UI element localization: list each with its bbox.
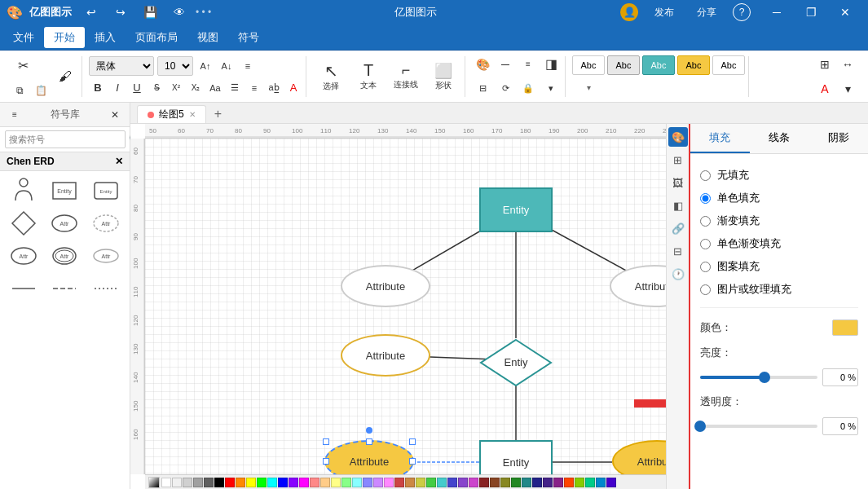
shape-person[interactable]: [5, 176, 42, 205]
fill-solid-radio[interactable]: [700, 193, 711, 204]
menu-symbol[interactable]: 符号: [228, 27, 269, 48]
handle-rotate[interactable]: [366, 427, 372, 434]
fill-gradient-option[interactable]: 渐变填充: [700, 209, 858, 232]
color-swatch[interactable]: [394, 478, 404, 487]
shape-small-ellipse1[interactable]: Attr: [5, 241, 42, 271]
panel-layers-icon[interactable]: ◧: [668, 196, 688, 215]
panel-history-icon[interactable]: 🕐: [668, 264, 688, 284]
panel-grid-icon[interactable]: ⊞: [668, 150, 688, 170]
style-more-button[interactable]: ▾: [572, 77, 605, 97]
brightness-track[interactable]: [700, 376, 817, 379]
color-swatch[interactable]: [161, 478, 171, 487]
handle-tl[interactable]: [323, 438, 329, 445]
style-preset-2[interactable]: Abc: [607, 55, 640, 75]
color-swatch[interactable]: [373, 478, 383, 487]
save-button[interactable]: 💾: [137, 0, 163, 25]
panel-fill-icon[interactable]: 🎨: [668, 127, 688, 147]
color-swatch[interactable]: [479, 478, 489, 487]
menu-view[interactable]: 视图: [187, 27, 228, 48]
list2-button[interactable]: ≡: [245, 79, 263, 97]
underline-button[interactable]: U: [128, 79, 146, 97]
color-swatch[interactable]: [522, 478, 531, 487]
color-swatch[interactable]: [278, 478, 288, 487]
shape-ellipse[interactable]: Attr: [46, 209, 83, 238]
color-swatch[interactable]: [585, 478, 595, 487]
help-button[interactable]: ?: [733, 3, 751, 21]
color-swatch[interactable]: [469, 478, 478, 487]
decrease-font-button[interactable]: A↓: [218, 57, 236, 75]
entity-3[interactable]: Entity: [479, 440, 553, 474]
preview-button[interactable]: 👁: [166, 0, 192, 25]
attribute-1[interactable]: Attribute: [341, 265, 430, 307]
subscript-button[interactable]: X₂: [187, 79, 205, 97]
transparency-value[interactable]: [822, 417, 858, 435]
color-swatch[interactable]: [257, 478, 267, 487]
style-preset-4[interactable]: Abc: [677, 55, 710, 75]
color-swatch[interactable]: [363, 478, 372, 487]
color-swatch[interactable]: [352, 478, 362, 487]
panel-image-icon[interactable]: 🖼: [668, 173, 688, 192]
shape-rounded-rect[interactable]: Entity: [87, 176, 125, 205]
list-button[interactable]: ☰: [226, 79, 244, 97]
color-swatch[interactable]: [331, 478, 341, 487]
handle-tr[interactable]: [409, 438, 416, 445]
style-preset-5[interactable]: Abc: [712, 55, 745, 75]
maximize-button[interactable]: ❐: [795, 0, 827, 24]
brightness-thumb[interactable]: [759, 372, 770, 383]
entity-1[interactable]: Entity: [479, 187, 553, 232]
color-swatch[interactable]: [341, 478, 351, 487]
color-swatch[interactable]: [193, 478, 203, 487]
color-swatch[interactable]: [511, 478, 521, 487]
color-swatch[interactable]: [405, 478, 415, 487]
tab-close-icon[interactable]: ✕: [189, 110, 196, 119]
sidebar-category-chen-erd[interactable]: Chen ERD ✕: [0, 152, 130, 171]
color-swatch[interactable]: [437, 478, 447, 487]
tab-shadow[interactable]: 阴影: [809, 124, 868, 153]
shape-diamond[interactable]: [5, 209, 42, 238]
close-button[interactable]: ✕: [829, 0, 861, 24]
fill-pattern-radio[interactable]: [700, 262, 711, 272]
color-swatch[interactable]: [553, 478, 563, 487]
fill-gradient-radio[interactable]: [700, 216, 711, 227]
color-swatch[interactable]: [225, 478, 235, 487]
line-color-button[interactable]: ─: [495, 54, 516, 75]
color-swatch[interactable]: [320, 478, 330, 487]
transparency-track[interactable]: [700, 425, 817, 428]
select-tool-button[interactable]: ↖ 选择: [313, 56, 349, 97]
align-left-button[interactable]: ≡: [239, 57, 257, 75]
fill-none-option[interactable]: 无填充: [700, 164, 858, 187]
entity-2-diamond[interactable]: Entiy: [479, 338, 553, 387]
fill-texture-option[interactable]: 图片或纹理填充: [700, 278, 858, 301]
sidebar-expand-button[interactable]: ≡: [7, 107, 23, 123]
connect-tool-button[interactable]: ⌐ 连接线: [388, 56, 424, 97]
paste-button[interactable]: 📋: [31, 81, 51, 100]
share-button[interactable]: 分享: [690, 0, 723, 25]
italic-button[interactable]: I: [108, 79, 126, 97]
fill-style-button[interactable]: ≡: [518, 54, 539, 75]
panel-arrange-icon[interactable]: ⊟: [668, 241, 688, 261]
fill-solid-gradient-radio[interactable]: [700, 239, 711, 249]
undo-button[interactable]: ↩: [78, 0, 104, 25]
color-swatch[interactable]: [246, 478, 256, 487]
fill-solid-gradient-option[interactable]: 单色渐变填充: [700, 232, 858, 255]
strikethrough-button[interactable]: S̶: [148, 79, 165, 97]
color-swatch[interactable]: [543, 478, 553, 487]
color-swatch-button[interactable]: [832, 319, 858, 336]
shape-tool-button[interactable]: ⬜ 形状: [425, 56, 461, 97]
color-swatch[interactable]: [310, 478, 319, 487]
color-swatch[interactable]: [458, 478, 468, 487]
fill-pattern-option[interactable]: 图案填充: [700, 255, 858, 278]
fill-texture-radio[interactable]: [700, 284, 711, 295]
style-preset-3[interactable]: Abc: [642, 55, 675, 75]
menu-layout[interactable]: 页面布局: [126, 27, 187, 48]
fill-color-button[interactable]: 🎨: [472, 54, 493, 75]
color-swatch[interactable]: [172, 478, 182, 487]
publish-button[interactable]: 发布: [648, 0, 681, 25]
handle-tm[interactable]: [366, 438, 372, 445]
format-painter[interactable]: 🖌: [52, 64, 78, 90]
redo-button[interactable]: ↪: [108, 0, 134, 25]
shape-line1[interactable]: [5, 274, 42, 303]
color-swatch[interactable]: [267, 478, 277, 487]
attribute-2[interactable]: Attribute: [610, 265, 666, 307]
arrange-button[interactable]: ⊟: [472, 78, 493, 99]
